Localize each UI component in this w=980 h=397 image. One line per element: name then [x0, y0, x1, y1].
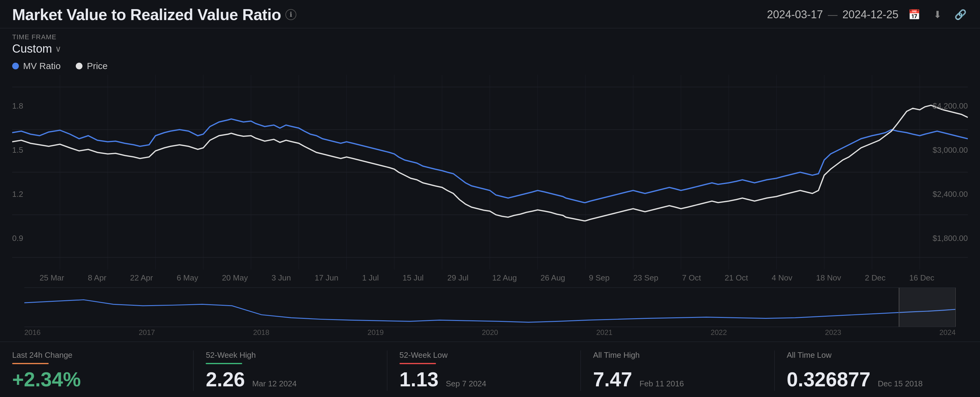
stat-value-52wkh: 2.26 Mar 12 2024	[206, 368, 374, 391]
stat-underline-52wkh	[206, 363, 242, 364]
x-label-7oct: 7 Oct	[682, 273, 701, 283]
stat-value-atl: 0.326877 Dec 15 2018	[787, 368, 956, 391]
mini-chart-svg	[24, 288, 956, 327]
legend-item-price: Price	[76, 61, 107, 71]
stat-value-ath: 7.47 Feb 11 2016	[593, 368, 762, 391]
date-separator: —	[828, 9, 838, 21]
chart-wrapper: 1.8 1.5 1.2 0.9 $4,200.00 $3,000.00 $2,4…	[0, 75, 980, 337]
x-label-4nov: 4 Nov	[772, 273, 792, 283]
stat-meta-ath: Feb 11 2016	[640, 379, 684, 389]
y-axis-right: $4,200.00 $3,000.00 $2,400.00 $1,800.00	[932, 75, 968, 270]
y-label-09: 0.9	[12, 233, 23, 243]
legend-row: MV Ratio Price	[0, 59, 980, 75]
x-label-2dec: 2 Dec	[865, 273, 886, 283]
x-label-9sep: 9 Sep	[589, 273, 610, 283]
x-axis: 25 Mar 8 Apr 22 Apr 6 May 20 May 3 Jun 1…	[12, 270, 968, 283]
stat-52wk-high: 52-Week High 2.26 Mar 12 2024	[194, 351, 387, 391]
calendar-icon[interactable]: 📅	[907, 7, 921, 22]
x-label-20may: 20 May	[222, 273, 248, 283]
x-label-29jul: 29 Jul	[447, 273, 468, 283]
stat-label-52wkl: 52-Week Low	[399, 351, 568, 360]
info-icon[interactable]: ℹ	[285, 9, 296, 20]
x-label-17jun: 17 Jun	[315, 273, 338, 283]
y-label-2400: $2,400.00	[932, 189, 968, 199]
stat-last-24h: Last 24h Change +2.34%	[12, 351, 194, 391]
x-label-21oct: 21 Oct	[725, 273, 748, 283]
stat-label-24h: Last 24h Change	[12, 351, 181, 360]
x-label-22apr: 22 Apr	[130, 273, 153, 283]
y-label-12: 1.2	[12, 189, 23, 199]
timeframe-value-row[interactable]: Custom ∨	[12, 42, 62, 56]
legend-dot-white	[76, 63, 83, 69]
stats-row: Last 24h Change +2.34% 52-Week High 2.26…	[0, 341, 980, 397]
mini-x-2024: 2024	[940, 328, 956, 337]
x-label-3jun: 3 Jun	[272, 273, 291, 283]
svg-rect-24	[899, 288, 956, 327]
x-label-6may: 6 May	[177, 273, 198, 283]
header-left: Market Value to Realized Value Ratio ℹ	[12, 5, 296, 24]
stat-meta-52wkl: Sep 7 2024	[446, 379, 486, 389]
mini-x-2018: 2018	[253, 328, 269, 337]
stat-label-atl: All Time Low	[787, 351, 956, 360]
download-icon[interactable]: ⬇	[930, 7, 945, 22]
date-end: 2024-12-25	[843, 8, 899, 21]
mini-x-2020: 2020	[482, 328, 498, 337]
timeframe-label: TIME FRAME	[12, 33, 62, 41]
mini-x-2017: 2017	[139, 328, 155, 337]
x-label-15jul: 15 Jul	[402, 273, 423, 283]
mini-x-2016: 2016	[24, 328, 40, 337]
legend-label-price: Price	[87, 61, 107, 71]
chart-svg	[12, 75, 968, 270]
timeframe-value: Custom	[12, 42, 52, 56]
x-label-25mar: 25 Mar	[40, 273, 64, 283]
y-label-18: 1.8	[12, 101, 23, 111]
stat-atl: All Time Low 0.326877 Dec 15 2018	[775, 351, 968, 391]
legend-label-mv-ratio: MV Ratio	[23, 61, 60, 71]
mini-x-2019: 2019	[368, 328, 383, 337]
timeframe-selector[interactable]: TIME FRAME Custom ∨	[12, 33, 62, 56]
stat-ath: All Time High 7.47 Feb 11 2016	[581, 351, 774, 391]
stat-meta-52wkh: Mar 12 2024	[252, 379, 297, 389]
controls-row: TIME FRAME Custom ∨	[0, 28, 980, 59]
date-range: 2024-03-17 — 2024-12-25	[767, 8, 899, 21]
y-label-3000: $3,000.00	[932, 145, 968, 155]
stat-underline-24h	[12, 363, 49, 364]
legend-dot-blue	[12, 63, 19, 69]
stat-value-52wkl: 1.13 Sep 7 2024	[399, 368, 568, 391]
x-label-1jul: 1 Jul	[362, 273, 379, 283]
y-axis-left: 1.8 1.5 1.2 0.9	[12, 75, 23, 270]
mini-x-2022: 2022	[711, 328, 727, 337]
mini-x-2023: 2023	[825, 328, 841, 337]
stat-meta-atl: Dec 15 2018	[878, 379, 923, 389]
page-title: Market Value to Realized Value Ratio	[12, 5, 281, 24]
link-icon[interactable]: 🔗	[953, 7, 968, 22]
y-label-15: 1.5	[12, 145, 23, 155]
mini-x-labels: 2016 2017 2018 2019 2020 2021 2022 2023 …	[12, 327, 968, 337]
header-right: 2024-03-17 — 2024-12-25 📅 ⬇ 🔗	[767, 7, 968, 22]
mini-x-2021: 2021	[597, 328, 612, 337]
stat-label-52wkh: 52-Week High	[206, 351, 374, 360]
chevron-down-icon: ∨	[55, 44, 62, 54]
stat-underline-ath	[593, 363, 630, 364]
x-label-23sep: 23 Sep	[633, 273, 658, 283]
date-start: 2024-03-17	[767, 8, 823, 21]
main-container: Market Value to Realized Value Ratio ℹ 2…	[0, 0, 980, 397]
y-label-4200: $4,200.00	[932, 101, 968, 111]
stat-underline-52wkl	[399, 363, 436, 364]
x-label-12aug: 12 Aug	[492, 273, 517, 283]
x-label-18nov: 18 Nov	[816, 273, 841, 283]
header: Market Value to Realized Value Ratio ℹ 2…	[0, 0, 980, 28]
stat-52wk-low: 52-Week Low 1.13 Sep 7 2024	[387, 351, 581, 391]
stat-value-24h: +2.34%	[12, 368, 181, 391]
x-label-26aug: 26 Aug	[541, 273, 565, 283]
main-chart: 1.8 1.5 1.2 0.9 $4,200.00 $3,000.00 $2,4…	[12, 75, 968, 270]
stat-underline-atl	[787, 363, 823, 364]
y-label-1800: $1,800.00	[932, 233, 968, 243]
x-label-16dec: 16 Dec	[909, 273, 934, 283]
x-label-8apr: 8 Apr	[88, 273, 107, 283]
mini-chart	[24, 287, 956, 327]
stat-label-ath: All Time High	[593, 351, 762, 360]
legend-item-mv-ratio: MV Ratio	[12, 61, 60, 71]
